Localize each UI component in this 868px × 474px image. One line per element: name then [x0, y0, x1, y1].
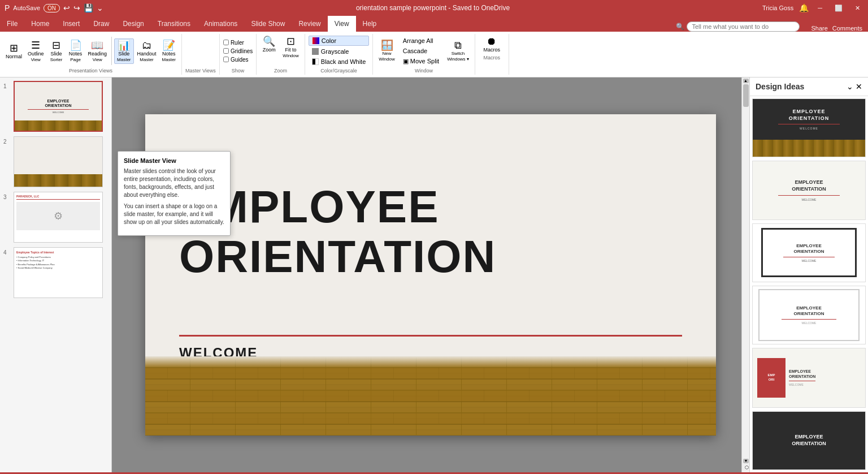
btn-black-and-white[interactable]: Black and White	[309, 57, 369, 66]
slide-thumb-2[interactable]: 2	[2, 135, 109, 188]
btn-slide-master[interactable]: 📊 Slide Master	[114, 38, 133, 64]
group-label-zoom: Zoom	[274, 68, 287, 74]
group-label-show: Show	[232, 68, 245, 74]
color-swatch	[313, 37, 319, 44]
btn-notes-page[interactable]: 📄 Notes Page	[67, 39, 85, 63]
btn-switch-windows[interactable]: ⧉ Switch Windows ▾	[445, 39, 471, 63]
btn-normal[interactable]: ⊞ Normal	[3, 42, 24, 61]
slide-canvas: EMPLOYEE ORIENTATION WELCOME	[145, 114, 716, 436]
switch-windows-icon: ⧉	[454, 40, 462, 50]
tab-animations[interactable]: Animations	[197, 16, 244, 32]
design-idea-4[interactable]: EMPLOYEEORIENTATION WELCOME	[752, 286, 866, 344]
tab-transitions[interactable]: Transitions	[151, 16, 197, 32]
search-input[interactable]	[687, 21, 800, 32]
guides-checkbox[interactable]	[223, 57, 229, 62]
minimize-button[interactable]: ─	[814, 5, 826, 11]
canvas-scrollbar[interactable]: ▲ ▼ ⬡	[741, 77, 749, 472]
undo-icon[interactable]: ↩	[63, 3, 70, 12]
btn-grayscale[interactable]: Grayscale	[309, 47, 369, 56]
tab-design[interactable]: Design	[116, 16, 150, 32]
slide-thumb-4[interactable]: 4 Employee Topics of Interest • Company …	[2, 246, 109, 299]
tab-home[interactable]: Home	[24, 16, 56, 32]
btn-reading-view[interactable]: 📖 Reading View	[86, 39, 110, 63]
slide-panel: 1 EMPLOYEEORIENTATION WELCOME 2 3	[0, 77, 112, 472]
grayscale-swatch	[312, 48, 319, 55]
btn-macros[interactable]: ⏺ Macros	[481, 35, 503, 54]
gridlines-checkbox[interactable]	[223, 48, 229, 54]
design-idea-2[interactable]: EMPLOYEEORIENTATION WELCOME	[752, 161, 866, 219]
bw-swatch	[312, 58, 319, 65]
btn-notes-master[interactable]: 📝 Notes Master	[160, 39, 178, 63]
design-panel-dropdown-icon[interactable]: ⌄	[847, 82, 853, 91]
tab-file[interactable]: File	[0, 16, 24, 32]
canvas-area: Slide Master View Master slides control …	[112, 77, 749, 472]
group-label-presentation-views: Presentation Views	[69, 68, 112, 74]
share-button[interactable]: Share	[811, 25, 827, 32]
slide-thumb-1[interactable]: 1 EMPLOYEEORIENTATION WELCOME	[2, 80, 109, 133]
checkbox-ruler[interactable]: Ruler	[223, 39, 253, 46]
svg-rect-14	[145, 356, 716, 368]
svg-rect-10	[145, 390, 716, 402]
main-area: 1 EMPLOYEEORIENTATION WELCOME 2 3	[0, 77, 868, 472]
ribbon-group-presentation-views: ⊞ Normal ☰ Outline View ⊟ Slide Sorter 📄…	[0, 34, 182, 75]
design-idea-6[interactable]: EMPLOYEEORIENTATION	[752, 411, 866, 470]
comments-button[interactable]: Comments	[832, 25, 862, 32]
document-title: orientation sample powerpoint - Saved to…	[356, 4, 510, 12]
ribbon-group-color: Color Grayscale Black and White Color/Gr…	[305, 34, 373, 75]
design-panel-close-icon[interactable]: ✕	[856, 82, 862, 91]
slide-divider-line	[179, 335, 682, 337]
tab-review[interactable]: Review	[292, 16, 327, 32]
tooltip-para1: Master slides control the look of your e…	[124, 167, 224, 199]
btn-fit-to-window[interactable]: ⊡ Fit to Window	[280, 35, 301, 67]
zoom-icon: 🔍	[263, 36, 275, 46]
tab-insert[interactable]: Insert	[56, 16, 86, 32]
tab-help[interactable]: Help	[356, 16, 384, 32]
design-ideas-list: EMPLOYEEORIENTATION WELCOME EMPLOYEEORIE…	[750, 96, 868, 472]
restore-button[interactable]: ⬜	[831, 5, 846, 12]
ribbon: File Home Insert Draw Design Transitions…	[0, 16, 868, 77]
autosave-label: AutoSave	[13, 5, 40, 11]
design-idea-1[interactable]: EMPLOYEEORIENTATION WELCOME	[752, 98, 866, 157]
autosave-toggle[interactable]: ON	[44, 4, 60, 12]
slide-thumbnail-1: EMPLOYEEORIENTATION WELCOME	[14, 81, 103, 132]
btn-handout-master[interactable]: 🗂 Handout Master	[135, 39, 159, 63]
save-icon[interactable]: 💾	[84, 3, 93, 12]
checkbox-guides[interactable]: Guides	[223, 56, 253, 63]
btn-new-window[interactable]: 🪟 New Window	[376, 39, 397, 63]
tab-slideshow[interactable]: Slide Show	[244, 16, 292, 32]
tooltip-title: Slide Master View	[124, 157, 224, 164]
btn-arrange-all[interactable]: Arrange All	[400, 36, 442, 45]
notifications-icon[interactable]: 🔔	[799, 3, 809, 12]
tab-view[interactable]: View	[328, 16, 356, 32]
new-window-icon: 🪟	[381, 40, 393, 50]
redo-icon[interactable]: ↪	[73, 3, 80, 12]
design-idea-5[interactable]: EMPORI EMPLOYEEORIENTATION WELCOME	[752, 348, 866, 408]
reading-view-icon: 📖	[91, 40, 103, 50]
btn-outline-view[interactable]: ☰ Outline View	[25, 39, 46, 63]
outline-view-icon: ☰	[31, 40, 40, 50]
btn-color[interactable]: Color	[309, 36, 369, 46]
btn-zoom[interactable]: 🔍 Zoom	[260, 35, 278, 67]
close-button[interactable]: ✕	[852, 5, 863, 12]
ribbon-tabs: File Home Insert Draw Design Transitions…	[0, 16, 868, 32]
ribbon-group-window: 🪟 New Window Arrange All Cascade ▣ Move …	[373, 34, 475, 75]
ruler-checkbox[interactable]	[223, 40, 229, 45]
slide-thumb-3[interactable]: 3 PARADECK, LLC ⚙	[2, 191, 109, 244]
normal-view-icon: ⊞	[10, 43, 18, 53]
btn-slide-sorter[interactable]: ⊟ Slide Sorter	[47, 39, 66, 63]
tab-draw[interactable]: Draw	[86, 16, 116, 32]
slide-thumbnail-4: Employee Topics of Interest • Company Po…	[14, 247, 103, 298]
btn-cascade[interactable]: Cascade	[400, 46, 442, 55]
svg-rect-13	[145, 424, 716, 436]
slide-thumbnail-3: PARADECK, LLC ⚙	[14, 192, 103, 243]
slide-wood-floor	[145, 356, 716, 436]
customize-icon[interactable]: ⌄	[97, 3, 103, 12]
slide-number-3: 3	[3, 192, 10, 200]
ribbon-content: ⊞ Normal ☰ Outline View ⊟ Slide Sorter 📄…	[0, 32, 868, 77]
checkbox-gridlines[interactable]: Gridlines	[223, 48, 253, 55]
group-label-master-views: Master Views	[185, 68, 216, 74]
btn-move-split[interactable]: ▣ Move Split	[400, 57, 442, 66]
design-idea-3[interactable]: EMPLOYEEORIENTATION WELCOME	[752, 223, 866, 282]
handout-master-icon: 🗂	[142, 40, 152, 50]
slide-thumbnail-2	[14, 136, 103, 187]
